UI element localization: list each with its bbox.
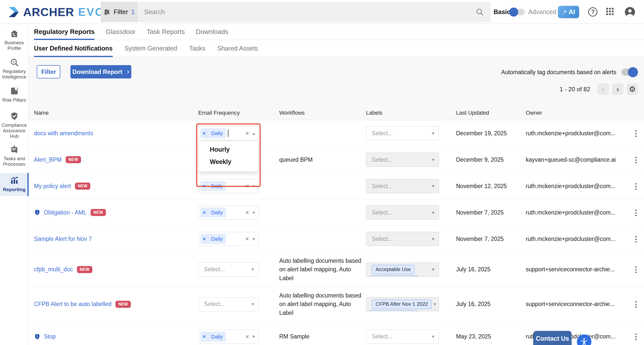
apps-grid-icon[interactable] — [606, 8, 614, 15]
sparkle-icon — [562, 9, 568, 15]
dropdown-option[interactable]: Hourly — [199, 143, 258, 156]
table-row: cfpb_multi_docNEWSelect...▾Auto labellin… — [28, 252, 644, 287]
row-menu-button[interactable]: ⋮ — [631, 129, 641, 138]
basic-advanced-toggle[interactable] — [510, 9, 525, 15]
download-report-button[interactable]: Download Report › — [70, 65, 131, 78]
user-avatar[interactable] — [624, 7, 635, 18]
email-frequency-select[interactable]: ×Daily×▴HourlyWeekly — [198, 126, 259, 140]
row-menu-button[interactable]: ⋮ — [631, 332, 641, 341]
chip-remove-icon[interactable]: × — [200, 131, 208, 136]
pagination-prev-button[interactable]: ‹ — [597, 83, 609, 95]
last-updated-text: May 23, 2025 — [456, 333, 491, 340]
column-header-email-frequency: Email Frequency — [198, 110, 279, 116]
row-menu-button[interactable]: ⋮ — [631, 208, 641, 217]
report-name-link[interactable]: Sample Alert for Nov 7 — [34, 236, 92, 242]
email-frequency-select[interactable]: Select...▾ — [198, 263, 259, 277]
clear-selection-icon[interactable]: × — [245, 209, 249, 216]
pagination-next-button[interactable]: › — [612, 83, 623, 95]
select-placeholder: Select... — [372, 183, 430, 190]
sidebar-item-reporting[interactable]: Reporting — [0, 173, 28, 196]
row-menu-button[interactable]: ⋮ — [631, 265, 641, 274]
new-badge: NEW — [75, 183, 90, 190]
tab-regulatory-reports[interactable]: Regulatory Reports — [34, 24, 95, 40]
tab-user-defined-notifications[interactable]: User Defined Notifications — [34, 40, 113, 57]
sidebar-item-label: Regulatory Intelligence — [0, 69, 28, 80]
email-frequency-chip-label: Daily — [208, 209, 226, 215]
ai-button[interactable]: AI — [558, 6, 579, 18]
text-cursor — [228, 130, 228, 137]
email-frequency-chip: ×Daily — [200, 332, 226, 342]
column-header-name: Name — [34, 110, 198, 116]
global-filter-button[interactable]: Filter 1 — [101, 2, 138, 22]
sidebar-item-label: Tasks and Processes — [0, 156, 28, 167]
report-name-link[interactable]: Alert_BPM — [34, 156, 62, 163]
tab-task-reports[interactable]: Task Reports — [147, 24, 185, 40]
email-frequency-select[interactable]: ×Daily×▾ — [198, 232, 259, 246]
report-name-link[interactable]: Obligation - AML — [44, 209, 87, 216]
table-settings-button[interactable]: ⚙ — [627, 83, 638, 95]
sidebar-item-business-profile[interactable]: Business Profile — [0, 28, 28, 51]
clear-selection-icon[interactable]: × — [245, 333, 249, 340]
column-header-workflows: Workflows — [279, 110, 366, 116]
sidebar-item-tasks-and-processes[interactable]: Tasks and Processes — [0, 144, 28, 167]
row-menu-button[interactable]: ⋮ — [631, 300, 641, 309]
report-name-link[interactable]: cfpb_multi_doc — [34, 266, 73, 273]
labels-select[interactable]: Select...▾ — [366, 126, 439, 140]
row-menu-button[interactable]: ⋮ — [631, 155, 641, 164]
sidebar-item-regulatory-intelligence[interactable]: Regulatory Intelligence — [0, 57, 28, 80]
labels-select[interactable]: Select...▾ — [366, 153, 439, 167]
report-name-link[interactable]: My policy alert — [34, 183, 71, 190]
report-name-link[interactable]: CFPB Alert to be auto labelled — [34, 301, 111, 308]
clear-selection-icon[interactable]: × — [245, 235, 249, 242]
labels-select[interactable]: Select...▾ — [366, 205, 439, 220]
select-placeholder: Select... — [372, 333, 430, 340]
labels-select[interactable]: CFPB After Nov 1 2022▾ — [366, 297, 439, 311]
row-menu-button[interactable]: ⋮ — [631, 235, 641, 243]
last-updated-text: July 16, 2025 — [456, 301, 491, 307]
row-menu-button[interactable]: ⋮ — [631, 182, 641, 191]
download-report-label: Download Report — [72, 68, 123, 75]
clear-selection-icon[interactable]: × — [245, 183, 249, 190]
dropdown-caret-icon: ▾ — [432, 334, 434, 339]
search-icon[interactable] — [475, 8, 484, 16]
tab-shared-assets[interactable]: Shared Assets — [217, 40, 258, 57]
dropdown-caret-icon: ▾ — [432, 210, 434, 215]
report-name-link[interactable]: docs with amendments — [34, 130, 93, 137]
sidebar-item-compliance-assurance-hub[interactable]: Compliance Assurance Hub — [0, 111, 28, 139]
labels-select[interactable]: Select...▾ — [366, 330, 439, 344]
column-header-owner: Owner — [526, 110, 631, 116]
labels-select[interactable]: Select...▾ — [366, 179, 439, 193]
last-updated-text: November 12, 2025 — [456, 183, 507, 189]
help-icon[interactable]: ? — [588, 7, 597, 17]
chip-remove-icon[interactable]: × — [200, 334, 208, 339]
sidebar-item-label: Risk Pillars — [2, 97, 27, 103]
dropdown-option[interactable]: Weekly — [199, 156, 258, 168]
clear-selection-icon[interactable]: × — [245, 130, 249, 137]
chip-remove-icon[interactable]: × — [200, 183, 208, 189]
email-frequency-select[interactable]: ×Daily×▾ — [198, 330, 259, 344]
top-bar: ARCHER EVOLV Filter 1 Basic Advanced AI … — [0, 0, 644, 24]
tab-glassdoor[interactable]: Glassdoor — [106, 24, 136, 40]
labels-select[interactable]: Acceptable Use▾ — [366, 263, 439, 277]
email-frequency-select[interactable]: ×Daily×▾ — [198, 205, 259, 220]
email-frequency-select[interactable]: ×Daily×▾ — [198, 179, 259, 193]
tab-downloads[interactable]: Downloads — [196, 24, 228, 40]
main-content: Filter Download Report › Automatically t… — [28, 57, 644, 345]
sidebar-item-risk-pillars[interactable]: Risk Pillars — [0, 85, 28, 103]
sidebar-item-label: Business Profile — [0, 40, 28, 51]
last-updated-text: December 9, 2025 — [456, 156, 504, 163]
accessibility-icon — [580, 337, 589, 345]
report-name-link[interactable]: Stop — [44, 333, 56, 340]
labels-select[interactable]: Select...▾ — [366, 232, 439, 246]
tab-system-generated[interactable]: System Generated — [125, 40, 177, 57]
column-header-last-updated: Last Updated — [456, 110, 526, 116]
contact-us-button[interactable]: Contact Us — [533, 331, 572, 345]
filter-button[interactable]: Filter — [37, 65, 60, 78]
email-frequency-select[interactable]: Select...▾ — [198, 297, 259, 311]
chip-remove-icon[interactable]: × — [200, 210, 208, 215]
auto-tag-toggle[interactable] — [621, 69, 637, 76]
dropdown-caret-icon: ▾ — [432, 267, 434, 272]
search-input[interactable] — [138, 8, 491, 16]
chip-remove-icon[interactable]: × — [200, 236, 208, 242]
tab-tasks[interactable]: Tasks — [189, 40, 205, 57]
